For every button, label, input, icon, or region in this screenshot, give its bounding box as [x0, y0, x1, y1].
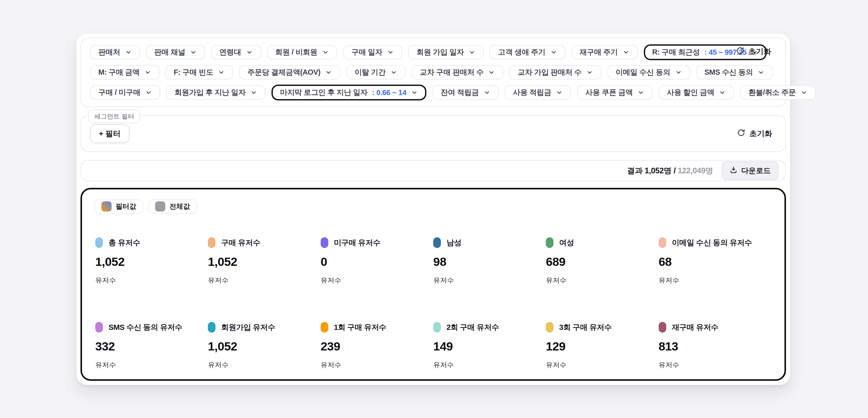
filter-chip-label: 판매 채널 [154, 47, 185, 57]
filter-chip[interactable]: 잔여 적립금 [432, 85, 499, 100]
metric-caption: 유저수 [546, 276, 658, 285]
filter-chip-label: 교차 구매 판매처 수 [420, 67, 484, 78]
filter-chip[interactable]: 판매처 [90, 45, 140, 59]
metric-card: 구매 유저수1,052유저수 [208, 237, 320, 285]
metric-caption: 유저수 [659, 360, 771, 369]
metric-head: 이메일 수신 동의 유저수 [659, 237, 771, 248]
metric-card: 2회 구매 유저수149유저수 [433, 322, 546, 369]
add-filter-button[interactable]: + 필터 [90, 124, 129, 143]
filter-chip-label: 마지막 로그인 후 지난 일자 [280, 87, 368, 98]
metric-card: SMS 수신 동의 유저수332유저수 [95, 322, 208, 369]
filter-chip[interactable]: 고객 생애 주기 [490, 45, 565, 59]
download-button[interactable]: 다운로드 [722, 161, 778, 180]
filter-chip[interactable]: 회원가입 후 지난 일자 [166, 85, 266, 100]
metric-head: 2회 구매 유저수 [433, 322, 546, 333]
metric-label: 1회 구매 유저수 [334, 322, 386, 333]
chevron-down-icon [218, 69, 225, 76]
filter-chip[interactable]: 재구매 주기 [571, 45, 638, 59]
metric-value: 1,052 [95, 255, 208, 269]
metric-value: 689 [546, 255, 658, 269]
metric-head: 회원가입 유저수 [208, 322, 320, 333]
filter-chip[interactable]: 교차 가입 판매처 수 [509, 65, 601, 80]
metric-label: 재구매 유저수 [672, 322, 718, 333]
legend-chip[interactable]: 전체값 [148, 199, 197, 214]
segment-filter-section: 세그먼트 필터 + 필터 초기화 [81, 115, 786, 152]
legend-swatch-icon [155, 201, 165, 212]
filter-chip[interactable]: 연령대 [211, 45, 261, 59]
metric-value: 1,052 [208, 339, 320, 353]
metric-card: 재구매 유저수813유저수 [659, 322, 771, 369]
filter-chip-label: 판매처 [98, 47, 120, 57]
metric-caption: 유저수 [546, 360, 658, 369]
chevron-down-icon [484, 89, 491, 96]
metric-head: 3회 구매 유저수 [546, 322, 658, 333]
metric-head: 1회 구매 유저수 [321, 322, 433, 333]
metrics-panel: 필터값전체값 총 유저수1,052유저수구매 유저수1,052유저수미구매 유저… [81, 188, 786, 381]
metric-label: 이메일 수신 동의 유저수 [672, 238, 752, 248]
chevron-down-icon [468, 49, 475, 56]
chevron-down-icon [586, 69, 593, 76]
filter-chip[interactable]: 판매 채널 [146, 45, 205, 59]
filter-chip-label: 이메일 수신 동의 [616, 67, 670, 78]
metric-card: 미구매 유저수0유저수 [321, 237, 433, 285]
filter-chip[interactable]: 환불/취소 주문 [740, 85, 815, 100]
metric-color-dot-icon [433, 237, 441, 248]
filter-chip-label: 구매 일자 [351, 47, 382, 57]
filter-chip[interactable]: 마지막 로그인 후 지난 일자: 0.66 ~ 14 [272, 85, 426, 100]
filters-reset-button[interactable]: 초기화 [736, 44, 771, 59]
chevron-down-icon [390, 69, 397, 76]
filter-chip[interactable]: 이메일 수신 동의 [608, 65, 690, 80]
filter-chip-label: 사용 할인 금액 [667, 87, 714, 98]
filter-row: 구매 / 미구매회원가입 후 지난 일자마지막 로그인 후 지난 일자: 0.6… [90, 85, 776, 100]
filter-chip[interactable]: 구매 / 미구매 [90, 85, 160, 100]
metric-label: SMS 수신 동의 유저수 [108, 322, 182, 333]
metric-caption: 유저수 [208, 360, 320, 369]
metric-color-dot-icon [321, 237, 328, 248]
filter-chip-label: M: 구매 금액 [98, 67, 140, 78]
metric-head: 여성 [546, 237, 658, 248]
filter-chip[interactable]: 회원 가입 일자 [408, 45, 484, 59]
filter-chip[interactable]: 주문당 결제금액(AOV) [239, 65, 340, 80]
segment-reset-button[interactable]: 초기화 [737, 128, 772, 139]
filter-chip[interactable]: 회원 / 비회원 [267, 45, 337, 59]
filter-chip-label: 이탈 기간 [354, 67, 385, 78]
legend-chip[interactable]: 필터값 [94, 199, 144, 214]
metric-label: 남성 [446, 238, 461, 248]
filter-chip[interactable]: 이탈 기간 [346, 65, 405, 80]
filter-chip[interactable]: SMS 수신 동의 [696, 65, 773, 80]
filters-reset-label: 초기화 [748, 47, 771, 57]
metric-value: 813 [659, 339, 771, 353]
metric-color-dot-icon [208, 322, 215, 333]
filter-chip-label: 재구매 주기 [580, 47, 618, 57]
metric-color-dot-icon [95, 322, 103, 333]
filter-chip-label: 사용 쿠폰 금액 [585, 87, 633, 98]
metric-label: 구매 유저수 [221, 238, 260, 248]
filter-chip-label: 연령대 [219, 47, 241, 57]
metric-color-dot-icon [321, 322, 328, 333]
chevron-down-icon [125, 49, 132, 56]
filter-chip-label: 주문당 결제금액(AOV) [247, 67, 320, 78]
filter-chip-label: F: 구매 빈도 [174, 67, 213, 78]
filter-row: M: 구매 금액F: 구매 빈도주문당 결제금액(AOV)이탈 기간교차 구매 … [90, 65, 776, 80]
filter-chip[interactable]: F: 구매 빈도 [165, 65, 233, 80]
metric-card: 3회 구매 유저수129유저수 [546, 322, 658, 369]
chevron-down-icon [190, 49, 197, 56]
filter-chip[interactable]: 사용 적립금 [505, 85, 571, 100]
download-label: 다운로드 [741, 166, 771, 176]
filter-chip-value: : 0.66 ~ 14 [372, 88, 406, 97]
filter-chip[interactable]: 사용 쿠폰 금액 [577, 85, 653, 100]
metric-color-dot-icon [546, 322, 554, 333]
chevron-down-icon [550, 49, 557, 56]
filter-chip[interactable]: M: 구매 금액 [90, 65, 159, 80]
metric-caption: 유저수 [433, 276, 546, 285]
metric-color-dot-icon [659, 322, 666, 333]
metric-label: 2회 구매 유저수 [446, 322, 499, 333]
chevron-down-icon [325, 69, 332, 76]
chevron-down-icon [719, 89, 726, 96]
legend-swatch-icon [101, 201, 112, 212]
metric-value: 68 [659, 255, 771, 269]
chevron-down-icon [246, 49, 253, 56]
filter-chip[interactable]: 사용 할인 금액 [659, 85, 734, 100]
filter-chip[interactable]: 교차 구매 판매처 수 [411, 65, 503, 80]
filter-chip[interactable]: 구매 일자 [343, 45, 402, 59]
